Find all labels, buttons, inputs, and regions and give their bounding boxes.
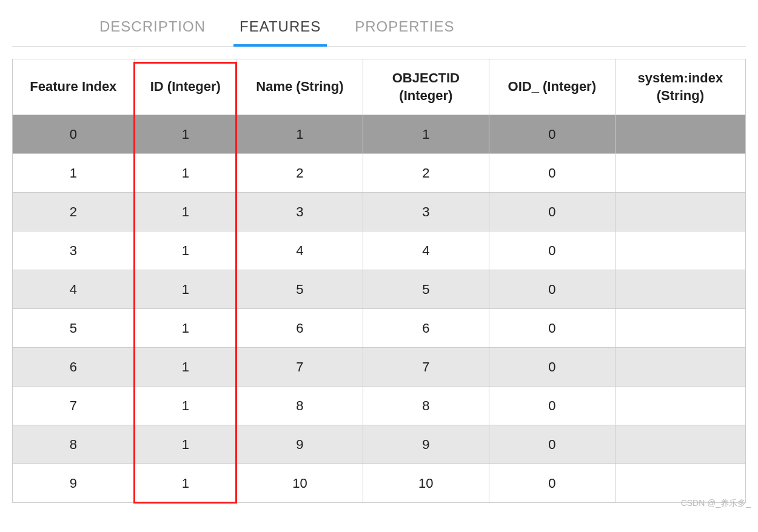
cell-name: 8: [236, 387, 363, 425]
cell-sys-index: [615, 154, 745, 193]
cell-feature-index: 1: [13, 154, 135, 193]
feature-table: Feature Index ID (Integer) Name (String)…: [12, 59, 746, 503]
table-row[interactable]: 71880: [13, 387, 746, 425]
cell-objectid: 8: [363, 387, 489, 425]
table-row[interactable]: 01110: [13, 115, 746, 154]
col-feature-index[interactable]: Feature Index: [13, 59, 135, 115]
cell-id: 1: [134, 115, 236, 154]
cell-sys-index: [615, 464, 745, 503]
table-row[interactable]: 61770: [13, 348, 746, 387]
cell-id: 1: [134, 348, 236, 387]
cell-oid: 0: [489, 464, 615, 503]
cell-feature-index: 7: [13, 387, 135, 425]
cell-oid: 0: [489, 348, 615, 387]
cell-sys-index: [615, 270, 745, 309]
cell-oid: 0: [489, 425, 615, 464]
table-row[interactable]: 51660: [13, 309, 746, 348]
cell-objectid: 6: [363, 309, 489, 348]
cell-sys-index: [615, 348, 745, 387]
tab-bar: DESCRIPTION FEATURES PROPERTIES: [12, 0, 746, 47]
tab-features[interactable]: FEATURES: [237, 10, 323, 46]
cell-name: 2: [236, 154, 363, 193]
cell-oid: 0: [489, 387, 615, 425]
cell-oid: 0: [489, 309, 615, 348]
cell-name: 9: [236, 425, 363, 464]
cell-objectid: 2: [363, 154, 489, 193]
cell-feature-index: 9: [13, 464, 135, 503]
col-system-index[interactable]: system:index (String): [615, 59, 745, 115]
col-objectid[interactable]: OBJECTID (Integer): [363, 59, 489, 115]
cell-id: 1: [134, 425, 236, 464]
cell-objectid: 4: [363, 231, 489, 270]
col-oid[interactable]: OID_ (Integer): [489, 59, 615, 115]
cell-name: 1: [236, 115, 363, 154]
cell-id: 1: [134, 309, 236, 348]
cell-id: 1: [134, 154, 236, 193]
cell-name: 4: [236, 231, 363, 270]
tab-description[interactable]: DESCRIPTION: [97, 10, 208, 46]
col-id[interactable]: ID (Integer): [134, 59, 236, 115]
table-row[interactable]: 31440: [13, 231, 746, 270]
cell-feature-index: 3: [13, 231, 135, 270]
cell-objectid: 1: [363, 115, 489, 154]
cell-sys-index: [615, 387, 745, 425]
tab-properties[interactable]: PROPERTIES: [352, 10, 457, 46]
cell-feature-index: 2: [13, 193, 135, 231]
cell-objectid: 3: [363, 193, 489, 231]
cell-id: 1: [134, 270, 236, 309]
cell-sys-index: [615, 309, 745, 348]
cell-name: 10: [236, 464, 363, 503]
cell-id: 1: [134, 387, 236, 425]
cell-oid: 0: [489, 154, 615, 193]
cell-feature-index: 4: [13, 270, 135, 309]
table-row[interactable]: 81990: [13, 425, 746, 464]
cell-name: 3: [236, 193, 363, 231]
cell-id: 1: [134, 193, 236, 231]
cell-feature-index: 8: [13, 425, 135, 464]
cell-objectid: 5: [363, 270, 489, 309]
cell-sys-index: [615, 231, 745, 270]
table-row[interactable]: 9110100: [13, 464, 746, 503]
cell-id: 1: [134, 231, 236, 270]
cell-sys-index: [615, 425, 745, 464]
col-name[interactable]: Name (String): [236, 59, 363, 115]
table-header-row: Feature Index ID (Integer) Name (String)…: [13, 59, 746, 115]
cell-feature-index: 0: [13, 115, 135, 154]
cell-oid: 0: [489, 231, 615, 270]
cell-feature-index: 6: [13, 348, 135, 387]
watermark: CSDN @_养乐多_: [681, 498, 751, 509]
table-row[interactable]: 41550: [13, 270, 746, 309]
cell-objectid: 9: [363, 425, 489, 464]
cell-sys-index: [615, 193, 745, 231]
cell-objectid: 10: [363, 464, 489, 503]
cell-id: 1: [134, 464, 236, 503]
table-row[interactable]: 21330: [13, 193, 746, 231]
feature-table-wrap: Feature Index ID (Integer) Name (String)…: [12, 59, 746, 503]
cell-oid: 0: [489, 115, 615, 154]
cell-objectid: 7: [363, 348, 489, 387]
table-row[interactable]: 11220: [13, 154, 746, 193]
cell-sys-index: [615, 115, 745, 154]
cell-oid: 0: [489, 270, 615, 309]
cell-oid: 0: [489, 193, 615, 231]
cell-name: 7: [236, 348, 363, 387]
cell-feature-index: 5: [13, 309, 135, 348]
cell-name: 6: [236, 309, 363, 348]
cell-name: 5: [236, 270, 363, 309]
